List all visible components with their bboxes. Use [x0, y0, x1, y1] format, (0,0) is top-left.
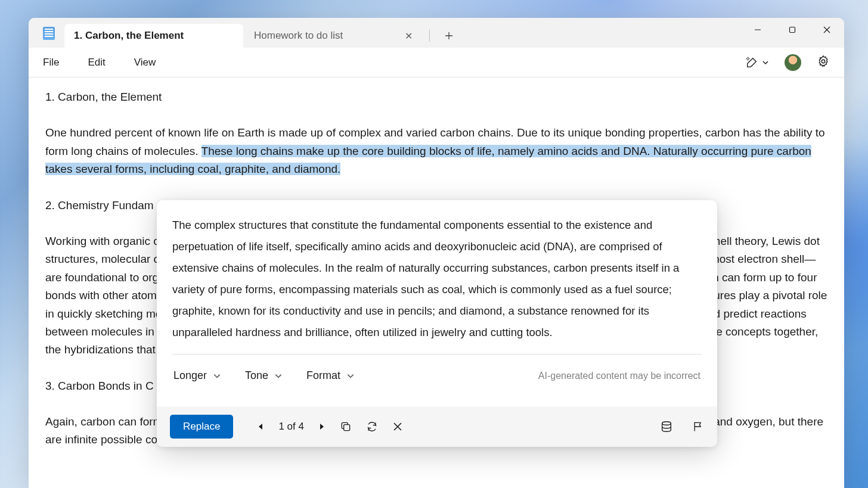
chevron-down-icon [274, 372, 283, 380]
ai-rewrite-button[interactable] [745, 56, 769, 69]
popup-footer: Replace 1 of 4 [157, 406, 717, 447]
svg-point-3 [662, 422, 671, 425]
refresh-icon [366, 421, 378, 433]
paragraph: One hundred percent of known life on Ear… [45, 124, 827, 178]
titlebar: 1. Carbon, the Element Homework to do li… [29, 18, 844, 48]
svg-point-1 [822, 60, 825, 63]
sparkle-pen-icon [745, 56, 758, 69]
svg-rect-2 [344, 425, 350, 431]
page-indicator: 1 of 4 [278, 421, 304, 433]
format-dropdown[interactable]: Format [306, 365, 355, 386]
chevron-down-icon [346, 372, 355, 380]
rewrite-options: Longer Tone Format AI-generated content … [172, 355, 702, 397]
close-icon [392, 421, 403, 432]
rewrite-popup: The complex structures that constitute t… [157, 200, 717, 447]
svg-rect-0 [790, 27, 795, 33]
maximize-icon [789, 26, 796, 33]
tab-label: Homework to do list [254, 30, 343, 42]
regenerate-button[interactable] [366, 421, 378, 433]
menu-edit[interactable]: Edit [88, 57, 105, 69]
avatar-image [785, 54, 801, 71]
settings-button[interactable] [817, 55, 830, 70]
next-button[interactable] [318, 422, 326, 431]
new-tab-button[interactable] [437, 24, 461, 48]
copy-icon [340, 421, 352, 433]
triangle-right-icon [318, 422, 326, 431]
tab-divider [429, 30, 430, 42]
flag-icon [692, 420, 704, 433]
replace-button[interactable]: Replace [170, 415, 233, 439]
gear-icon [817, 55, 830, 68]
maximize-button[interactable] [775, 18, 810, 42]
menu-file[interactable]: File [43, 57, 59, 69]
minimize-icon [754, 26, 761, 33]
longer-dropdown[interactable]: Longer [173, 365, 221, 386]
triangle-left-icon [257, 422, 264, 431]
footer-right [660, 420, 704, 433]
heading-1: 1. Carbon, the Element [45, 88, 827, 106]
tab-active[interactable]: 1. Carbon, the Element [64, 24, 243, 48]
stack-icon [660, 420, 673, 433]
tab-inactive[interactable]: Homework to do list ✕ [244, 24, 423, 48]
close-button[interactable] [810, 18, 844, 42]
menu-view[interactable]: View [134, 57, 156, 69]
user-avatar[interactable] [785, 54, 801, 71]
report-button[interactable] [692, 420, 704, 433]
chevron-down-icon [213, 372, 221, 380]
plus-icon [444, 31, 454, 41]
tab-label: 1. Carbon, the Element [74, 30, 184, 42]
menubar: File Edit View [29, 48, 844, 77]
tone-dropdown[interactable]: Tone [245, 365, 283, 386]
nav-group: 1 of 4 [257, 421, 403, 433]
chevron-down-icon [762, 59, 769, 66]
dismiss-button[interactable] [392, 421, 403, 432]
close-icon [823, 26, 830, 33]
notepad-icon [43, 27, 55, 40]
prev-button[interactable] [257, 422, 264, 431]
window-controls [740, 18, 844, 42]
close-icon[interactable]: ✕ [403, 30, 414, 41]
menubar-right [745, 54, 830, 71]
ai-disclaimer: AI-generated content may be incorrect [538, 366, 700, 385]
tab-strip: 1. Carbon, the Element Homework to do li… [64, 18, 461, 48]
popup-body: The complex structures that constitute t… [157, 200, 717, 406]
minimize-button[interactable] [740, 18, 775, 42]
copy-button[interactable] [340, 421, 352, 433]
app-icon [42, 26, 56, 41]
suggestion-text: The complex structures that constitute t… [172, 215, 702, 343]
history-button[interactable] [660, 420, 673, 433]
